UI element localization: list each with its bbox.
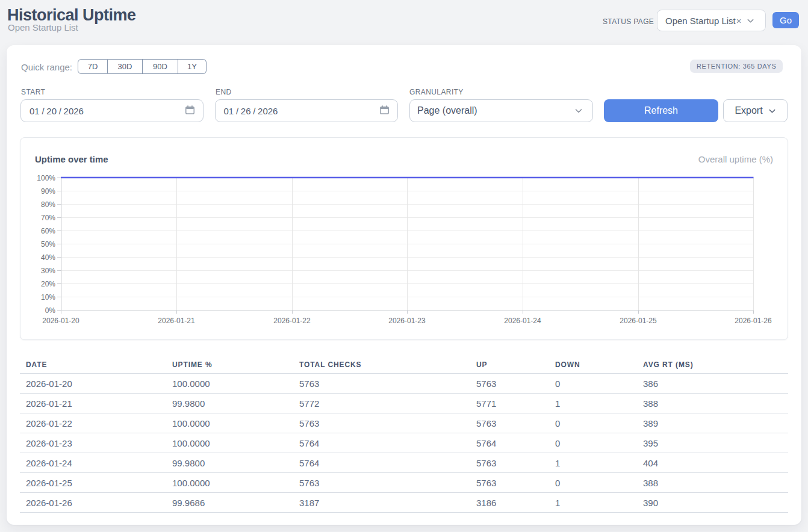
svg-text:2026-01-24: 2026-01-24	[504, 317, 541, 325]
svg-text:2026-01-20: 2026-01-20	[42, 317, 79, 325]
svg-text:20%: 20%	[41, 280, 55, 288]
svg-text:100%: 100%	[37, 174, 55, 182]
svg-text:30%: 30%	[41, 267, 55, 275]
svg-text:60%: 60%	[41, 227, 55, 235]
svg-text:2026-01-25: 2026-01-25	[620, 317, 657, 325]
svg-text:70%: 70%	[41, 214, 55, 222]
svg-text:2026-01-22: 2026-01-22	[273, 317, 311, 325]
svg-text:2026-01-21: 2026-01-21	[158, 317, 195, 325]
svg-text:2026-01-23: 2026-01-23	[388, 317, 426, 325]
svg-text:50%: 50%	[41, 240, 55, 249]
svg-text:90%: 90%	[41, 187, 55, 196]
svg-text:80%: 80%	[41, 200, 55, 209]
svg-text:0%: 0%	[45, 306, 56, 315]
svg-text:2026-01-26: 2026-01-26	[735, 317, 772, 325]
svg-text:40%: 40%	[41, 253, 55, 262]
svg-text:10%: 10%	[41, 293, 55, 302]
